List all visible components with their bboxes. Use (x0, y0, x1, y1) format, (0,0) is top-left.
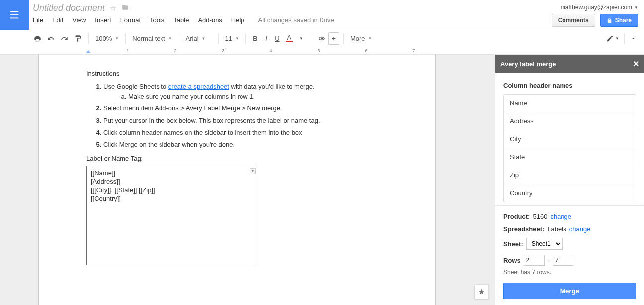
column-item-address[interactable]: Address (504, 112, 636, 130)
tag-line: [[[City]], [[State]] [[Zip]] (91, 186, 254, 195)
page[interactable]: Instructions Use Google Sheets to create… (38, 55, 436, 305)
menu-view[interactable]: View (72, 16, 86, 24)
sheet-label: Sheet: (503, 240, 523, 248)
rows-to-input[interactable] (553, 255, 573, 266)
sidebar-subtitle: Column header names (503, 82, 636, 89)
menu-file[interactable]: File (33, 16, 43, 24)
underline-button[interactable]: U (272, 33, 283, 44)
indent-marker[interactable] (86, 50, 91, 53)
menu-insert[interactable]: Insert (95, 16, 111, 24)
step-1a: Make sure you name your columns in row 1… (128, 92, 388, 102)
svg-rect-0 (10, 11, 19, 12)
user-email[interactable]: matthew.guay@zapier.com▼ (561, 4, 638, 11)
zoom-dropdown[interactable]: 100%▼ (91, 33, 123, 44)
close-icon[interactable]: ✕ (633, 59, 639, 69)
spreadsheet-value: Labels (547, 225, 566, 233)
menu-help[interactable]: Help (231, 16, 244, 24)
step-1: Use Google Sheets to create a spreadshee… (103, 81, 388, 102)
paint-format-icon[interactable] (71, 33, 84, 44)
toolbar: 100%▼ Normal text▼ Arial▼ 11▼ B I U A ▼ … (0, 30, 644, 47)
column-item-state[interactable]: State (504, 148, 636, 166)
spreadsheet-change-link[interactable]: change (569, 225, 591, 233)
app-logo[interactable] (0, 0, 29, 30)
style-dropdown[interactable]: Normal text▼ (128, 33, 176, 44)
step-3: Put your cursor in the box below. This b… (103, 115, 388, 127)
rows-label: Rows (503, 257, 521, 264)
menu-table[interactable]: Table (173, 16, 189, 24)
italic-button[interactable]: I (261, 33, 272, 44)
column-item-name[interactable]: Name (504, 95, 636, 112)
sheet-select[interactable]: Sheet1 (526, 238, 563, 250)
star-icon[interactable]: ☆ (110, 4, 116, 13)
save-status: All changes saved in Drive (258, 16, 334, 24)
merge-button[interactable]: Merge (503, 283, 636, 299)
menu-format[interactable]: Format (120, 16, 141, 24)
menu-addons[interactable]: Add-ons (198, 16, 222, 24)
font-size-dropdown[interactable]: 11▼ (221, 33, 243, 44)
menu-edit[interactable]: Edit (52, 16, 63, 24)
sidebar-title: Avery label merge (500, 60, 556, 68)
label-box[interactable]: ▼ [[Name]] [Address]] [[[City]], [[State… (86, 166, 258, 265)
create-spreadsheet-link[interactable]: create a spreadsheet (168, 83, 229, 90)
tag-line: [[Country]] (91, 195, 254, 203)
rows-from-input[interactable] (524, 255, 545, 266)
document-title[interactable]: Untitled document (33, 3, 105, 13)
share-button[interactable]: Share (600, 14, 638, 27)
step-5: Click Merge on the sidebar when you're d… (103, 139, 388, 151)
column-item-city[interactable]: City (504, 130, 636, 148)
menu-tools[interactable]: Tools (150, 16, 164, 24)
product-label: Product: (503, 213, 530, 220)
label-box-menu-icon[interactable]: ▼ (250, 168, 256, 174)
spreadsheet-label: Spreadsheet: (503, 225, 544, 233)
svg-rect-1 (10, 14, 19, 15)
label-heading: Label or Name Tag: (86, 154, 388, 164)
svg-rect-2 (10, 18, 19, 19)
text-color-button[interactable]: A (283, 33, 296, 44)
more-dropdown[interactable]: More▼ (346, 33, 377, 44)
insert-comment-icon[interactable]: + (328, 32, 339, 45)
tag-line: [[Name]] (91, 169, 254, 178)
explore-button[interactable] (474, 284, 489, 299)
column-item-country[interactable]: Country (504, 184, 636, 202)
redo-icon[interactable] (58, 33, 71, 44)
undo-icon[interactable] (44, 33, 58, 44)
step-2: Select menu item Add-ons > Avery Label M… (103, 102, 388, 114)
document-canvas[interactable]: Instructions Use Google Sheets to create… (0, 55, 495, 305)
product-change-link[interactable]: change (550, 213, 571, 220)
editing-mode-icon[interactable]: ▼ (603, 33, 622, 44)
text-color-caret[interactable]: ▼ (296, 34, 307, 43)
comments-button[interactable]: Comments (552, 14, 595, 27)
ruler: 1 2 3 4 5 6 7 (0, 47, 644, 55)
rows-hint: Sheet has 7 rows. (503, 269, 636, 276)
insert-link-icon[interactable] (315, 33, 328, 44)
lock-icon (607, 18, 612, 23)
product-value: 5160 (533, 213, 547, 220)
instructions-heading: Instructions (86, 69, 388, 79)
print-icon[interactable] (31, 33, 44, 44)
folder-icon[interactable] (121, 4, 129, 12)
tag-line: [Address]] (91, 178, 254, 186)
font-dropdown[interactable]: Arial▼ (181, 33, 216, 44)
bold-button[interactable]: B (250, 33, 261, 44)
column-item-zip[interactable]: Zip (504, 166, 636, 184)
step-4: Click column header names on the sidebar… (103, 127, 388, 139)
hide-menus-icon[interactable] (627, 33, 640, 44)
addon-sidebar: Avery label merge ✕ Column header names … (495, 55, 644, 305)
